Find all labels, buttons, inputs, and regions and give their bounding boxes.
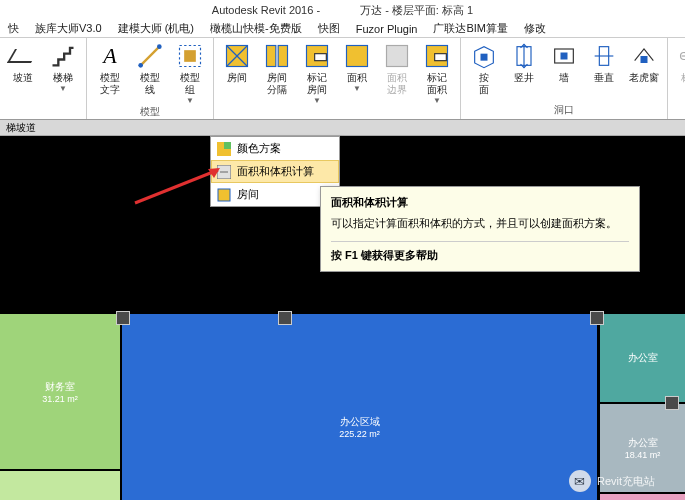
shaft-icon: [510, 42, 538, 70]
tab[interactable]: 快图: [310, 21, 348, 36]
palette-icon: [217, 142, 231, 156]
tag-room-button[interactable]: 标记房间▼: [298, 40, 336, 105]
room-name: 财务室: [45, 380, 75, 394]
selection-handle[interactable]: [278, 311, 292, 325]
level-button: 标高: [672, 40, 685, 84]
dormer-button[interactable]: 老虎窗: [625, 40, 663, 84]
svg-rect-12: [387, 46, 408, 67]
room-area: 225.22 m²: [339, 429, 380, 439]
svg-rect-10: [315, 54, 327, 61]
area-boundary-icon: [383, 42, 411, 70]
doc-title: 万达 - 楼层平面: 标高 1: [360, 3, 473, 18]
room-area: 31.21 m²: [42, 394, 78, 404]
dormer-icon: [630, 42, 658, 70]
menu-area-volume-calc[interactable]: 面积和体积计算: [211, 160, 339, 183]
tab[interactable]: 橄榄山快模-免费版: [202, 21, 310, 36]
room-office-area[interactable]: 办公区域 225.22 m²: [122, 314, 597, 500]
model-text-button[interactable]: A模型文字: [91, 40, 129, 96]
group-icon: [176, 42, 204, 70]
watermark: ✉ Revit充电站: [569, 470, 655, 492]
tab[interactable]: 广联达BIM算量: [425, 21, 516, 36]
svg-rect-29: [218, 189, 230, 201]
app-title: Autodesk Revit 2016 -: [212, 4, 320, 16]
tab[interactable]: 快: [0, 21, 27, 36]
line-icon: [136, 42, 164, 70]
tag-area-button[interactable]: 标记面积▼: [418, 40, 456, 105]
menu-color-scheme[interactable]: 颜色方案: [211, 137, 339, 160]
room-name: 办公室: [628, 351, 658, 365]
ramp-button[interactable]: 坡道: [4, 40, 42, 84]
selection-handle[interactable]: [116, 311, 130, 325]
room-office-1[interactable]: 办公室: [600, 314, 685, 402]
tooltip-title: 面积和体积计算: [331, 195, 629, 210]
room-icon: [223, 42, 251, 70]
tooltip: 面积和体积计算 可以指定计算面积和体积的方式，并且可以创建面积方案。 按 F1 …: [320, 186, 640, 272]
group-label: 洞口: [465, 103, 663, 117]
group-label: 模型: [91, 105, 209, 119]
room-pink[interactable]: [600, 494, 685, 500]
text-icon: A: [96, 42, 124, 70]
wall-icon: [550, 42, 578, 70]
room-name: 办公室: [628, 436, 658, 450]
svg-rect-3: [184, 50, 196, 62]
tab-bar: 快 族库大师V3.0 建模大师 (机电) 橄榄山快模-免费版 快图 Fuzor …: [0, 20, 685, 38]
group-label: 基: [672, 103, 685, 117]
shaft-button[interactable]: 竖井: [505, 40, 543, 84]
room-mini-icon: [217, 188, 231, 202]
svg-rect-11: [347, 46, 368, 67]
svg-point-0: [138, 63, 143, 68]
vertical-icon: [590, 42, 618, 70]
svg-rect-14: [435, 54, 447, 61]
area-boundary-button: 面积边界: [378, 40, 416, 96]
room-area: 18.41 m²: [625, 450, 661, 460]
tab[interactable]: 族库大师V3.0: [27, 21, 110, 36]
svg-point-1: [157, 44, 162, 49]
room-button[interactable]: 房间: [218, 40, 256, 84]
tag-area-icon: [423, 42, 451, 70]
tab[interactable]: Fuzor Plugin: [348, 23, 426, 35]
ramp-icon: [9, 42, 37, 70]
wechat-icon: ✉: [569, 470, 591, 492]
stair-button[interactable]: 楼梯▼: [44, 40, 82, 93]
face-icon: [470, 42, 498, 70]
svg-rect-26: [224, 142, 231, 149]
model-line-button[interactable]: 模型线: [131, 40, 169, 96]
selection-handle[interactable]: [665, 396, 679, 410]
panel-subtitle: 梯坡道: [0, 120, 685, 136]
tooltip-help: 按 F1 键获得更多帮助: [331, 241, 629, 263]
by-face-button[interactable]: 按面: [465, 40, 503, 96]
tooltip-body: 可以指定计算面积和体积的方式，并且可以创建面积方案。: [331, 216, 629, 231]
svg-rect-19: [561, 53, 568, 60]
svg-rect-15: [481, 54, 488, 61]
calc-icon: [217, 165, 231, 179]
model-group-button[interactable]: 模型组▼: [171, 40, 209, 105]
tag-room-icon: [303, 42, 331, 70]
room-sep-button[interactable]: 房间分隔: [258, 40, 296, 96]
room-small[interactable]: [0, 471, 120, 500]
vertical-button[interactable]: 垂直: [585, 40, 623, 84]
stair-icon: [49, 42, 77, 70]
room-finance[interactable]: 财务室 31.21 m²: [0, 314, 120, 469]
tab[interactable]: 修改: [516, 21, 554, 36]
wall-opening-button[interactable]: 墙: [545, 40, 583, 84]
svg-rect-22: [641, 56, 648, 63]
room-sep-icon: [263, 42, 291, 70]
svg-rect-7: [267, 46, 276, 67]
room-name: 办公区域: [340, 415, 380, 429]
level-icon: [677, 42, 685, 70]
svg-rect-8: [278, 46, 287, 67]
area-button[interactable]: 面积▼: [338, 40, 376, 93]
selection-handle[interactable]: [590, 311, 604, 325]
area-icon: [343, 42, 371, 70]
tab[interactable]: 建模大师 (机电): [110, 21, 202, 36]
ribbon: 坡道 楼梯▼ A模型文字 模型线 模型组▼ 模型 房间 房间分隔 标记房间▼ 面…: [0, 38, 685, 120]
